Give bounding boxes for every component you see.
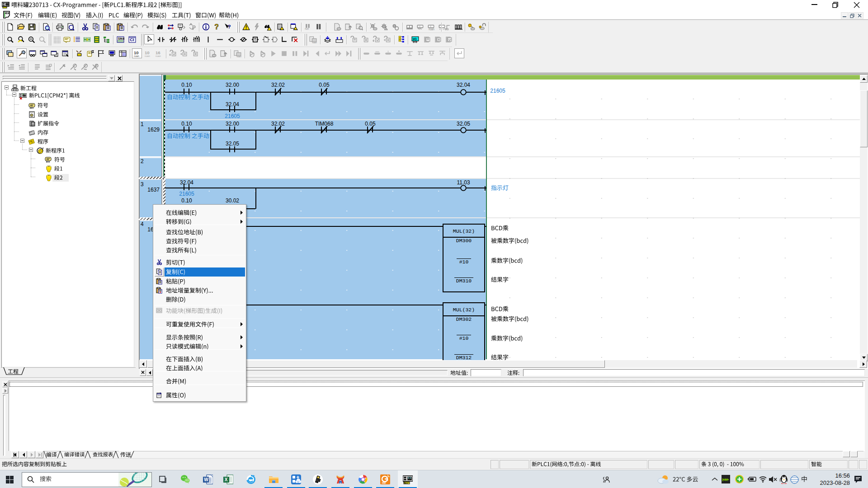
svg-text:run: run [305, 27, 309, 30]
svg-text:roan: roan [429, 28, 434, 31]
svg-text:?: ? [214, 23, 219, 31]
svg-text:roan: roan [134, 55, 139, 57]
svg-text:W: W [204, 477, 208, 482]
svg-text:roan: roan [145, 55, 150, 57]
svg-text:roan: roan [236, 55, 241, 57]
svg-text:云: 云 [297, 481, 299, 483]
svg-text:CI: CI [130, 37, 134, 42]
svg-text:?: ? [228, 23, 231, 29]
svg-text:roan: roan [312, 41, 317, 43]
svg-text:10: 10 [145, 50, 150, 55]
svg-text:I/O: I/O [413, 38, 417, 41]
svg-text:002: 002 [122, 54, 126, 56]
svg-text:PDF: PDF [382, 482, 386, 484]
svg-text:10: 10 [134, 50, 139, 55]
svg-text:SMA: SMA [118, 37, 124, 40]
svg-text:16: 16 [156, 50, 160, 55]
svg-text:roan: roan [156, 55, 161, 57]
svg-text:X: X [225, 477, 228, 482]
